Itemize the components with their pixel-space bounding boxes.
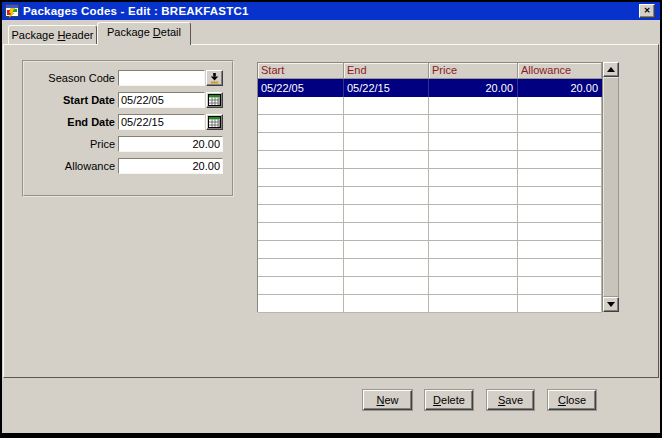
cell-end bbox=[344, 277, 429, 295]
table-row[interactable] bbox=[258, 259, 602, 277]
cell-allowance bbox=[518, 115, 602, 133]
cell-allowance bbox=[518, 259, 602, 277]
cell-end bbox=[344, 97, 429, 115]
end-date-input[interactable] bbox=[118, 114, 205, 130]
cell-allowance bbox=[518, 133, 602, 151]
start-date-calendar-button[interactable] bbox=[206, 92, 223, 108]
column-header-start[interactable]: Start bbox=[258, 63, 344, 79]
cell-start bbox=[258, 223, 344, 241]
cell-price bbox=[429, 115, 518, 133]
cell-allowance bbox=[518, 295, 602, 313]
cell-price bbox=[429, 205, 518, 223]
season-code-input[interactable] bbox=[118, 70, 205, 86]
table-row[interactable] bbox=[258, 133, 602, 151]
cell-allowance bbox=[518, 97, 602, 115]
cell-end bbox=[344, 169, 429, 187]
cell-price bbox=[429, 187, 518, 205]
cell-start bbox=[258, 151, 344, 169]
scrollbar-thumb[interactable] bbox=[603, 77, 619, 297]
column-header-allowance[interactable]: Allowance bbox=[518, 63, 602, 79]
button-label: lose bbox=[566, 394, 586, 406]
cell-start bbox=[258, 133, 344, 151]
cell-start bbox=[258, 277, 344, 295]
save-button[interactable]: Save bbox=[487, 390, 534, 410]
dialog-window: Packages Codes - Edit : BREAKFASTC1 Pack… bbox=[0, 0, 662, 438]
cell-start bbox=[258, 259, 344, 277]
cell-end bbox=[344, 259, 429, 277]
cell-start bbox=[258, 205, 344, 223]
dropdown-icon bbox=[210, 73, 219, 84]
cell-start: 05/22/05 bbox=[258, 79, 344, 97]
table-row[interactable] bbox=[258, 187, 602, 205]
table-row[interactable] bbox=[258, 115, 602, 133]
calendar-icon bbox=[208, 94, 221, 106]
start-date-input[interactable] bbox=[118, 92, 205, 108]
table-header-row: Start End Price Allowance bbox=[258, 63, 602, 79]
start-date-label: Start Date bbox=[20, 92, 115, 108]
cell-price bbox=[429, 97, 518, 115]
calendar-icon bbox=[208, 116, 221, 128]
end-date-label: End Date bbox=[20, 114, 115, 130]
cell-end bbox=[344, 223, 429, 241]
cell-start bbox=[258, 187, 344, 205]
season-code-label: Season Code bbox=[20, 70, 115, 86]
season-code-dropdown-button[interactable] bbox=[206, 70, 223, 86]
price-label: Price bbox=[20, 136, 115, 152]
cell-allowance: 20.00 bbox=[518, 79, 602, 97]
cell-start bbox=[258, 169, 344, 187]
button-label: elete bbox=[441, 394, 465, 406]
cell-price bbox=[429, 151, 518, 169]
cell-price bbox=[429, 169, 518, 187]
cell-end bbox=[344, 295, 429, 313]
cell-price: 20.00 bbox=[429, 79, 518, 97]
detail-table: Start End Price Allowance 05/22/05 05/22… bbox=[257, 62, 603, 312]
column-header-price[interactable]: Price bbox=[429, 63, 518, 79]
cell-end: 05/22/15 bbox=[344, 79, 429, 97]
cell-price bbox=[429, 133, 518, 151]
cell-allowance bbox=[518, 277, 602, 295]
cell-end bbox=[344, 241, 429, 259]
table-row[interactable] bbox=[258, 277, 602, 295]
cell-price bbox=[429, 277, 518, 295]
cell-allowance bbox=[518, 169, 602, 187]
end-date-calendar-button[interactable] bbox=[206, 114, 223, 130]
cell-start bbox=[258, 295, 344, 313]
button-accel: C bbox=[558, 394, 566, 406]
column-header-end[interactable]: End bbox=[344, 63, 429, 79]
cell-end bbox=[344, 151, 429, 169]
new-button[interactable]: New bbox=[363, 390, 412, 410]
button-label: ave bbox=[505, 394, 523, 406]
scroll-down-icon[interactable] bbox=[603, 297, 619, 312]
allowance-input[interactable] bbox=[118, 158, 223, 174]
table-row[interactable] bbox=[258, 205, 602, 223]
button-label: ew bbox=[384, 394, 398, 406]
cell-end bbox=[344, 133, 429, 151]
cell-price bbox=[429, 241, 518, 259]
scroll-up-icon[interactable] bbox=[603, 62, 619, 77]
table-row[interactable] bbox=[258, 241, 602, 259]
button-accel: D bbox=[433, 394, 441, 406]
cell-start bbox=[258, 97, 344, 115]
cell-price bbox=[429, 295, 518, 313]
cell-price bbox=[429, 223, 518, 241]
price-input[interactable] bbox=[118, 136, 223, 152]
table-row[interactable] bbox=[258, 169, 602, 187]
cell-allowance bbox=[518, 187, 602, 205]
close-button[interactable]: Close bbox=[548, 390, 596, 410]
cell-price bbox=[429, 259, 518, 277]
table-row[interactable] bbox=[258, 223, 602, 241]
cell-allowance bbox=[518, 151, 602, 169]
allowance-label: Allowance bbox=[20, 158, 115, 174]
delete-button[interactable]: Delete bbox=[425, 390, 473, 410]
cell-allowance bbox=[518, 223, 602, 241]
table-row[interactable] bbox=[258, 97, 602, 115]
cell-end bbox=[344, 187, 429, 205]
cell-allowance bbox=[518, 241, 602, 259]
cell-allowance bbox=[518, 205, 602, 223]
table-scrollbar[interactable] bbox=[603, 62, 619, 312]
table-row[interactable] bbox=[258, 295, 602, 313]
table-row-selected[interactable]: 05/22/05 05/22/15 20.00 20.00 bbox=[258, 79, 602, 97]
cell-start bbox=[258, 241, 344, 259]
cell-end bbox=[344, 205, 429, 223]
table-row[interactable] bbox=[258, 151, 602, 169]
